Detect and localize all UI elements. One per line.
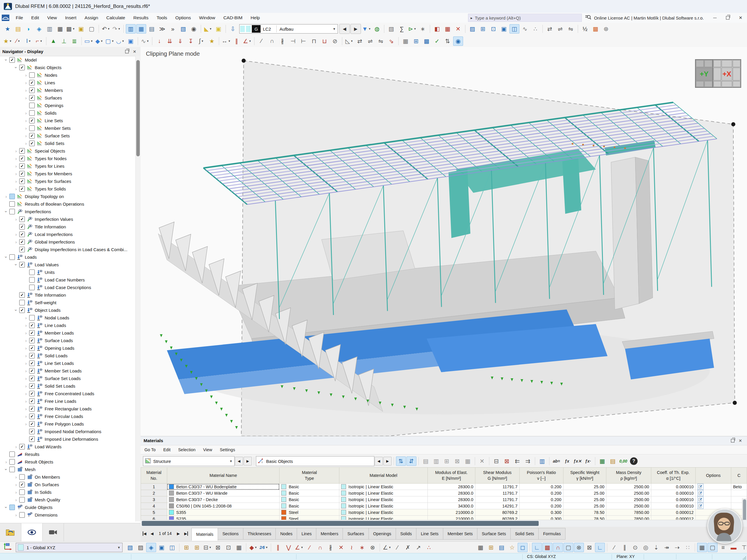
table-group-next-button[interactable]: ▶ xyxy=(243,457,252,465)
comment-cell[interactable] xyxy=(731,490,747,497)
expand-icon[interactable]: › xyxy=(13,232,19,237)
tree-item[interactable]: ›✓Types for Members xyxy=(0,170,134,177)
value-cell[interactable]: 7850.00 xyxy=(607,509,651,516)
expand-icon[interactable]: › xyxy=(13,156,19,161)
expand-icon[interactable]: › xyxy=(13,497,19,502)
tree-checkbox[interactable] xyxy=(9,505,15,510)
tb1-printout-report-icon[interactable]: ▢ xyxy=(87,24,97,33)
expand-icon[interactable]: › xyxy=(13,475,19,480)
value-cell[interactable]: 0.000010 xyxy=(651,490,695,497)
tb1-next-load-case-icon[interactable]: ▶ xyxy=(351,24,361,34)
value-cell[interactable]: 2500.00 xyxy=(607,497,651,503)
tree-item[interactable]: ›Member Sets xyxy=(0,124,134,132)
value-cell[interactable]: 25.00 xyxy=(563,484,606,490)
tree-item[interactable]: ✓Imposed Nodal Deformations xyxy=(0,428,134,435)
options-cell[interactable] xyxy=(696,503,731,509)
mt-sync-selection-up-icon[interactable]: ⇵ xyxy=(407,456,416,466)
bb-circle-center-snap-icon[interactable]: ⊙ xyxy=(630,543,640,552)
tb1-script-console-icon[interactable]: » xyxy=(168,24,178,33)
options-cell[interactable] xyxy=(696,497,731,503)
material-model-cell[interactable]: Isotropic | Linear Elastic xyxy=(339,490,428,497)
tree-item[interactable]: ›Mesh xyxy=(0,465,134,473)
bb-workplane-3points-icon[interactable]: ⊞ xyxy=(192,543,202,552)
expand-icon[interactable]: › xyxy=(23,88,29,93)
expand-icon[interactable]: › xyxy=(13,164,19,168)
mt-help-icon[interactable]: ? xyxy=(630,457,638,465)
bb-ellipse-snap-icon[interactable]: ◎ xyxy=(641,543,651,552)
bb-guideline-arc-icon[interactable]: ∩ xyxy=(315,543,325,552)
tree-checkbox[interactable] xyxy=(29,277,35,283)
bb-plane-origin-icon[interactable]: ⊡ xyxy=(224,543,233,552)
material-type-cell[interactable]: Basic xyxy=(280,484,339,490)
tb2-generate-objects-icon[interactable]: ∿▼ xyxy=(140,36,150,46)
material-name-cell[interactable]: S355 xyxy=(167,509,280,516)
tree-checkbox[interactable]: ✓ xyxy=(19,163,25,169)
search-box[interactable]: ▸ Type a keyword (Alt+Q) xyxy=(468,14,582,22)
tree-checkbox[interactable]: ✓ xyxy=(29,421,35,427)
expand-icon[interactable]: › xyxy=(23,110,29,115)
value-cell[interactable]: 25.00 xyxy=(563,497,606,503)
expand-icon[interactable]: › xyxy=(23,383,29,389)
tb2-move-copy-icon[interactable]: ⇄ xyxy=(355,36,365,46)
tree-checkbox[interactable]: ✓ xyxy=(29,398,35,404)
tree-item[interactable]: ›Solids xyxy=(0,109,134,117)
bb-guideline-angle-icon[interactable]: ∠▼ xyxy=(294,543,304,552)
materials-horizontal-scrollbar[interactable] xyxy=(140,520,747,527)
tree-checkbox[interactable]: ✓ xyxy=(29,95,35,101)
tb2-new-imperfection-icon[interactable]: ∫▼ xyxy=(197,36,206,46)
tb1-model-properties-icon[interactable]: ▥ xyxy=(45,24,55,33)
materials-menu-settings[interactable]: Settings xyxy=(216,447,239,452)
search-icon[interactable] xyxy=(585,14,591,22)
value-cell[interactable]: 0.300 xyxy=(519,516,563,520)
bb-grid-drag-icon[interactable]: ▩ xyxy=(542,543,552,552)
material-type-cell[interactable]: Basic xyxy=(280,503,339,509)
tb2-new-solid-icon[interactable]: ◆▼ xyxy=(94,36,104,46)
tree-item[interactable]: ›On Members xyxy=(0,473,134,481)
tree-item[interactable]: ›✓Line Set Loads xyxy=(0,359,134,367)
row-number-cell[interactable]: 3 xyxy=(141,497,167,503)
table-tab-solid-sets[interactable]: Solid Sets xyxy=(511,528,539,540)
mt-delete-all-entries-icon[interactable]: ✕ xyxy=(477,456,487,466)
tb2-new-node-icon[interactable]: ★▼ xyxy=(3,36,12,46)
bb-grid-snap-icon[interactable]: 2⁄6▼ xyxy=(259,543,269,552)
tb1-dlubal-center-icon[interactable]: ◗ xyxy=(24,24,33,33)
tb2-new-surface-icon[interactable]: ▭▼ xyxy=(84,36,94,46)
value-cell[interactable]: 78.50 xyxy=(563,516,606,520)
bb-box-snap-icon[interactable]: ⊠ xyxy=(585,543,594,552)
tree-checkbox[interactable]: ✓ xyxy=(19,247,25,252)
tree-item[interactable]: ›✓Line Sets xyxy=(0,117,134,124)
value-cell[interactable]: 28300.0 xyxy=(428,484,475,490)
view-cube-face-x[interactable]: +X xyxy=(713,59,741,88)
mt-delete-formula-icon[interactable]: ƒx✕ xyxy=(572,456,583,466)
value-cell[interactable]: 14291.7 xyxy=(475,503,520,509)
tree-checkbox[interactable]: ✓ xyxy=(29,353,35,358)
tb1-calculate-all-icon[interactable]: ⊳▼ xyxy=(407,24,417,33)
bb-saved-views-icon[interactable]: ▨ xyxy=(136,543,146,552)
mt-export-to-excel-icon[interactable]: ▦ xyxy=(597,456,607,466)
tree-item[interactable]: ›✓Types for Surfaces xyxy=(0,177,134,185)
bb-magnet-snap-icon[interactable]: ∩ xyxy=(553,543,563,552)
navigator-tab-display-navigator[interactable] xyxy=(21,523,43,541)
tb1-visibility-by-window-icon[interactable]: ⊞ xyxy=(478,24,488,33)
options-cell[interactable] xyxy=(696,490,731,497)
tree-item[interactable]: ›✓Surface Loads xyxy=(0,337,134,344)
tree-item[interactable]: ›Result Objects xyxy=(0,458,134,465)
navigator-float-button[interactable] xyxy=(123,48,131,55)
tree-item[interactable]: ›Mesh Quality xyxy=(0,496,134,503)
expand-icon[interactable]: › xyxy=(23,323,29,328)
bb-layers-icon[interactable]: ≡ xyxy=(718,543,728,552)
bb-workplane-point-icon[interactable]: ⊞ xyxy=(181,543,191,552)
navigator-tab-views-navigator[interactable] xyxy=(43,523,64,541)
tree-item[interactable]: ›✓Free Polygon Loads xyxy=(0,420,134,428)
tb2-split-member-icon[interactable]: ⊘ xyxy=(330,36,340,46)
tb1-calculation-parameters-icon[interactable]: ∗ xyxy=(418,24,428,33)
tree-checkbox[interactable]: ✓ xyxy=(19,308,25,313)
tree-item[interactable]: Units xyxy=(0,268,134,276)
tree-checkbox[interactable] xyxy=(29,110,35,116)
expand-icon[interactable]: › xyxy=(13,149,19,153)
bb-arrow-snap-3-icon[interactable]: ⇢ xyxy=(672,543,682,552)
tree-checkbox[interactable]: ✓ xyxy=(29,406,35,411)
tree-checkbox[interactable]: ✓ xyxy=(29,383,35,389)
table-tab-surfaces[interactable]: Surfaces xyxy=(343,528,368,540)
tb1-results-toggle-icon[interactable]: ◧ xyxy=(432,24,442,33)
